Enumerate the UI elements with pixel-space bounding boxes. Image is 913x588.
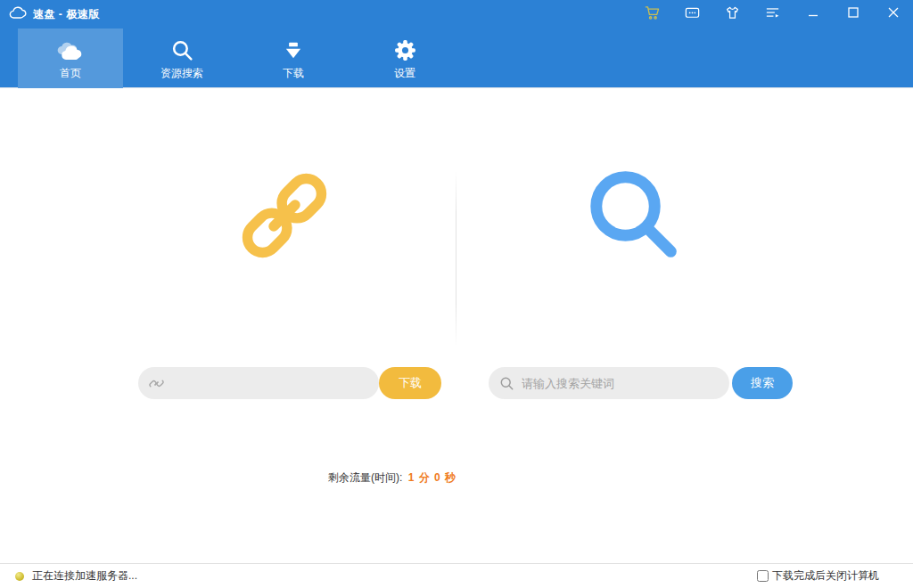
cart-icon — [644, 4, 661, 25]
close-button[interactable] — [873, 0, 913, 29]
connection-status: 正在连接加速服务器... — [0, 568, 137, 584]
tab-settings[interactable]: 设置 — [352, 29, 457, 88]
app-identity: 速盘 - 极速版 — [0, 6, 100, 23]
status-text: 正在连接加速服务器... — [32, 568, 137, 584]
maximize-button[interactable] — [833, 0, 873, 29]
main-nav: 首页 资源搜索 下载 — [0, 29, 913, 88]
gear-icon — [393, 36, 417, 62]
download-link-field — [138, 367, 379, 399]
tab-resource-search-label: 资源搜索 — [160, 66, 203, 81]
remaining-traffic: 剩余流量(时间): 1 分 0 秒 — [328, 470, 456, 486]
message-icon — [684, 4, 701, 25]
yellow-dot-icon — [15, 572, 24, 581]
download-link-input[interactable] — [171, 377, 368, 390]
tab-resource-search[interactable]: 资源搜索 — [129, 29, 234, 88]
shutdown-after-download-checkbox[interactable] — [757, 570, 769, 582]
tab-download[interactable]: 下载 — [241, 29, 346, 88]
download-arrow-icon — [282, 36, 305, 62]
titlebar-buttons — [632, 0, 913, 29]
minimize-icon — [804, 4, 822, 25]
close-icon — [884, 4, 902, 25]
search-icon — [499, 376, 514, 391]
remaining-traffic-value: 1 分 0 秒 — [408, 471, 456, 484]
search-keyword-input[interactable] — [522, 377, 719, 390]
minimize-button[interactable] — [793, 0, 833, 29]
search-button[interactable]: 搜索 — [732, 367, 793, 399]
search-keyword-field — [489, 367, 729, 399]
paperclip-icon — [149, 376, 164, 391]
search-icon — [170, 36, 194, 62]
remaining-traffic-label: 剩余流量(时间): — [328, 471, 402, 484]
skin-shirt-icon — [724, 4, 741, 25]
shutdown-after-download-label: 下载完成后关闭计算机 — [772, 568, 879, 584]
panel-divider — [456, 169, 456, 347]
tab-settings-label: 设置 — [394, 66, 415, 81]
tab-download-label: 下载 — [283, 66, 304, 81]
app-window: 速盘 - 极速版 — [0, 0, 913, 588]
app-logo-cloud-icon — [9, 6, 27, 23]
main-menu-button[interactable] — [753, 0, 793, 29]
window-title: 速盘 - 极速版 — [33, 7, 100, 22]
cart-button[interactable] — [632, 0, 672, 29]
feedback-button[interactable] — [672, 0, 712, 29]
big-search-icon — [584, 165, 684, 268]
shutdown-after-download-option[interactable]: 下载完成后关闭计算机 — [757, 568, 879, 584]
maximize-icon — [844, 4, 862, 25]
tab-home-label: 首页 — [60, 66, 81, 81]
statusbar: 正在连接加速服务器... 下载完成后关闭计算机 — [0, 563, 913, 588]
cloud-icon — [55, 36, 86, 62]
download-button[interactable]: 下载 — [379, 367, 441, 399]
titlebar: 速盘 - 极速版 — [0, 0, 913, 29]
menu-list-icon — [764, 4, 781, 25]
skin-button[interactable] — [712, 0, 753, 29]
tab-home[interactable]: 首页 — [18, 29, 123, 88]
big-link-icon — [232, 163, 337, 272]
main-content: 下载 搜索 剩余流量(时间): 1 分 0 秒 — [0, 89, 913, 563]
